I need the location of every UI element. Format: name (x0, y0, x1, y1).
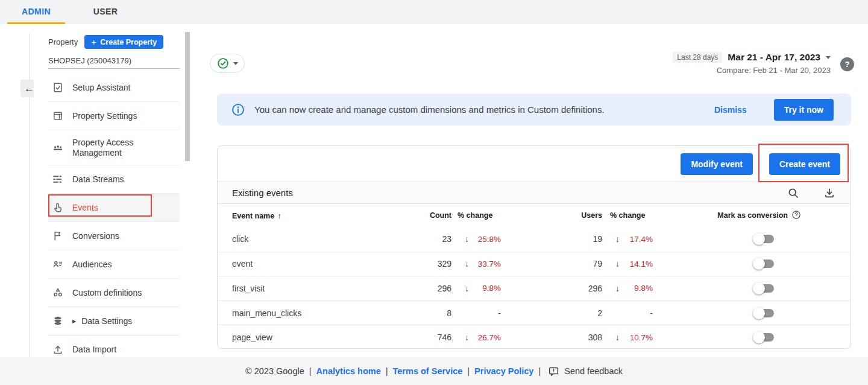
plus-icon: + (91, 37, 96, 47)
tab-user[interactable]: USER (78, 0, 133, 24)
sidebar-item-label: Data Settings (81, 316, 132, 326)
sidebar-item-label: Property Settings (72, 111, 137, 121)
event-users: 2 (501, 308, 602, 318)
conversion-toggle[interactable] (754, 309, 774, 317)
users-change: 9.8% (620, 284, 653, 293)
sidebar-nav: Setup Assistant Property Settings Proper… (48, 74, 180, 364)
count-change-cell: ↓ 33.7% (451, 259, 501, 269)
sidebar-item-label: Conversions (72, 231, 119, 241)
table-header-row: Event name↑ Count % change Users % chang… (218, 204, 851, 227)
help-icon[interactable]: ? (840, 57, 854, 71)
check-circle-icon (217, 57, 229, 69)
upload-icon (52, 343, 64, 355)
events-card: Modify event Create event Existing event… (217, 145, 851, 349)
table-title: Existing events (232, 188, 293, 198)
event-count: 296 (407, 284, 451, 293)
analytics-home-link[interactable]: Analytics home (316, 366, 381, 376)
create-property-label: Create Property (100, 38, 157, 46)
table-titlebar: Existing events (218, 182, 851, 204)
conversion-toggle[interactable] (754, 259, 774, 268)
column-header-count: Count (407, 211, 451, 220)
event-name: page_view (232, 332, 407, 342)
footer-separator: | (309, 366, 312, 376)
event-count: 329 (407, 259, 451, 269)
sidebar-item-property-settings[interactable]: Property Settings (48, 102, 180, 130)
count-change-cell: - (451, 308, 501, 318)
event-users: 79 (501, 259, 602, 269)
table-row: first_visit 296 ↓ 9.8% 296 ↓ 9.8% (218, 276, 851, 301)
table-row: event 329 ↓ 33.7% 79 ↓ 14.1% (218, 252, 851, 276)
try-it-now-button[interactable]: Try it now (774, 99, 834, 121)
sidebar: Property + Create Property SHOPSEJ (2500… (34, 31, 190, 357)
footer-separator: | (467, 366, 470, 376)
sidebar-item-audiences[interactable]: Audiences (48, 250, 180, 279)
sidebar-item-property-access-management[interactable]: Property Access Management (48, 130, 180, 165)
property-settings-icon (52, 110, 64, 122)
event-name: first_visit (232, 284, 407, 293)
column-header-users: Users (501, 211, 602, 220)
sidebar-item-setup-assistant[interactable]: Setup Assistant (48, 74, 180, 102)
sidebar-item-label: Data Import (72, 345, 116, 354)
count-change: 33.7% (469, 259, 501, 269)
sidebar-item-conversions[interactable]: Conversions (48, 222, 180, 250)
property-underline (48, 68, 180, 69)
status-filter-dropdown[interactable] (210, 54, 245, 73)
question-circle-icon[interactable] (791, 210, 801, 221)
dismiss-button[interactable]: Dismiss (714, 105, 747, 115)
down-arrow-icon: ↓ (615, 332, 620, 342)
column-header-mark-as-conversion: Mark as conversion (653, 210, 836, 221)
down-arrow-icon: ↓ (615, 259, 620, 269)
sidebar-item-label: Events (72, 203, 98, 212)
modify-event-button[interactable]: Modify event (681, 153, 753, 175)
page: ADMIN USER ← Property + Create Property … (0, 0, 868, 385)
terms-of-service-link[interactable]: Terms of Service (393, 366, 463, 376)
chevron-down-icon (826, 56, 831, 59)
down-arrow-icon: ↓ (465, 332, 469, 342)
privacy-policy-link[interactable]: Privacy Policy (474, 366, 533, 376)
tab-admin[interactable]: ADMIN (7, 0, 65, 24)
copyright-text: © 2023 Google (245, 366, 304, 376)
active-tab-underline (7, 22, 65, 24)
event-users: 296 (501, 284, 602, 293)
event-count: 8 (407, 308, 451, 318)
tab-admin-label: ADMIN (22, 7, 51, 16)
sidebar-item-events[interactable]: Events (48, 194, 180, 222)
count-change: 25.8% (469, 235, 501, 244)
database-icon (52, 315, 64, 327)
sidebar-item-data-streams[interactable]: Data Streams (48, 165, 180, 194)
event-users: 19 (501, 234, 602, 244)
flag-icon (52, 230, 64, 242)
event-count: 746 (407, 332, 451, 342)
table-row: click 23 ↓ 25.8% 19 ↓ 17.4% (218, 227, 851, 252)
sidebar-scrollbar[interactable] (185, 32, 190, 161)
sidebar-item-label: Data Streams (72, 174, 124, 184)
events-toolbar: Modify event Create event (218, 146, 851, 182)
send-feedback-link[interactable]: Send feedback (564, 366, 623, 376)
users-change-cell: ↓ 9.8% (602, 284, 653, 293)
footer-separator: | (386, 366, 388, 376)
create-event-button[interactable]: Create event (769, 153, 840, 175)
download-icon[interactable] (823, 186, 836, 200)
column-header-users-change: % change (602, 211, 653, 220)
conversion-toggle[interactable] (754, 333, 774, 342)
events-icon (52, 202, 64, 214)
down-arrow-icon: ↓ (465, 234, 469, 244)
count-change: 9.8% (469, 284, 501, 293)
sidebar-item-data-settings[interactable]: ▶ Data Settings (48, 307, 180, 336)
date-range-selector[interactable]: Last 28 days Mar 21 - Apr 17, 2023 (673, 52, 831, 63)
create-property-button[interactable]: + Create Property (84, 35, 163, 49)
event-name: click (232, 234, 407, 244)
down-arrow-icon: ↓ (465, 284, 469, 293)
users-change: 10.7% (620, 333, 653, 342)
banner-text: You can now create and manage custom dim… (254, 104, 605, 115)
search-icon[interactable] (787, 186, 800, 200)
data-streams-icon (52, 173, 64, 185)
sidebar-item-label: Property Access Management (72, 138, 180, 157)
info-icon (231, 103, 245, 116)
conversion-toggle[interactable] (754, 284, 774, 293)
footer: © 2023 Google | Analytics home | Terms o… (0, 357, 868, 385)
conversion-toggle[interactable] (754, 235, 774, 243)
column-header-event-name[interactable]: Event name↑ (232, 211, 407, 220)
users-change-cell: ↓ 17.4% (602, 234, 653, 244)
sidebar-item-custom-definitions[interactable]: Custom definitions (48, 279, 180, 307)
